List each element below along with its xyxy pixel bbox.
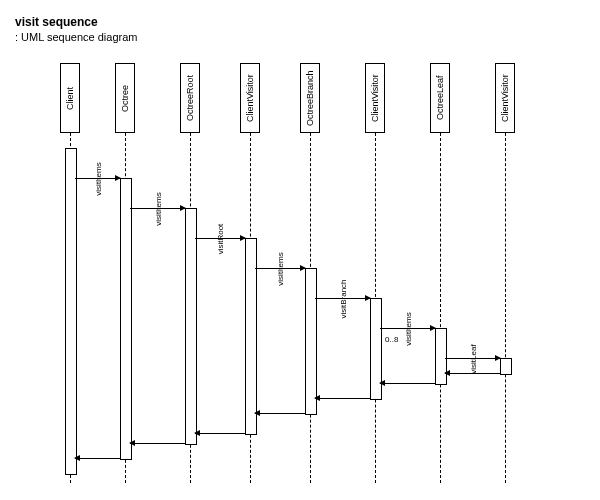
lifeline-cv1: ClientVisitor [220, 63, 280, 135]
message-label: visitItems [153, 192, 162, 225]
return-arrow-icon [254, 410, 260, 416]
message-label: visitItems [276, 252, 285, 285]
message-visitItems: visitItems [380, 328, 435, 329]
activation-client [65, 148, 77, 475]
diagram-title: visit sequence [15, 15, 585, 29]
message-visitBranch: visitBranch [315, 298, 370, 299]
lifeline-box: OctreeBranch [300, 63, 320, 133]
lifeline-box: ClientVisitor [495, 63, 515, 133]
lifeline-cv2: ClientVisitor [345, 63, 405, 135]
diagram-subtitle: : UML sequence diagram [15, 31, 585, 43]
return-message [380, 383, 435, 384]
message-label: visitRoot [216, 223, 225, 254]
lifeline-box: Octree [115, 63, 135, 133]
lifeline-box: Client [60, 63, 80, 133]
arrow-icon [430, 325, 436, 331]
return-arrow-icon [194, 430, 200, 436]
return-message [255, 413, 305, 414]
return-arrow-icon [129, 440, 135, 446]
return-arrow-icon [74, 455, 80, 461]
return-arrow-icon [379, 380, 385, 386]
return-message [195, 433, 245, 434]
message-label: visitLeaf [468, 344, 477, 373]
return-message [445, 373, 500, 374]
lifeline-dash [440, 133, 441, 483]
lifeline-octreeroot: OctreeRoot [160, 63, 220, 135]
message-visitLeaf: visitLeaf [445, 358, 500, 359]
sequence-diagram: ClientOctreeOctreeRootClientVisitorOctre… [15, 63, 585, 483]
activation-cv3 [500, 358, 512, 375]
activation-octreeleaf [435, 328, 447, 385]
return-message [75, 458, 120, 459]
activation-octreeroot [185, 208, 197, 445]
message-label: visitItems [403, 312, 412, 345]
lifeline-box: ClientVisitor [365, 63, 385, 133]
arrow-icon [365, 295, 371, 301]
activation-octree [120, 178, 132, 460]
message-visitItems: visitItems [130, 208, 185, 209]
lifeline-octreebranch: OctreeBranch [280, 63, 340, 135]
lifeline-octree: Octree [95, 63, 155, 135]
message-visitItems: visitItems [75, 178, 120, 179]
message-visitItems: visitItems [255, 268, 305, 269]
message-label: visitBranch [338, 279, 347, 318]
arrow-icon [240, 235, 246, 241]
lifeline-cv3: ClientVisitor [475, 63, 535, 135]
return-message [315, 398, 370, 399]
message-visitRoot: visitRoot [195, 238, 245, 239]
return-arrow-icon [444, 370, 450, 376]
arrow-icon [495, 355, 501, 361]
return-arrow-icon [314, 395, 320, 401]
lifeline-dash [505, 133, 506, 483]
arrow-icon [180, 205, 186, 211]
arrow-icon [115, 175, 121, 181]
arrow-icon [300, 265, 306, 271]
activation-octreebranch [305, 268, 317, 415]
lifeline-client: Client [40, 63, 100, 135]
return-message [130, 443, 185, 444]
lifeline-octreeleaf: OctreeLeaf [410, 63, 470, 135]
multiplicity-note: 0..8 [385, 335, 398, 344]
message-label: visitItems [93, 162, 102, 195]
lifeline-box: ClientVisitor [240, 63, 260, 133]
lifeline-box: OctreeLeaf [430, 63, 450, 133]
lifeline-box: OctreeRoot [180, 63, 200, 133]
